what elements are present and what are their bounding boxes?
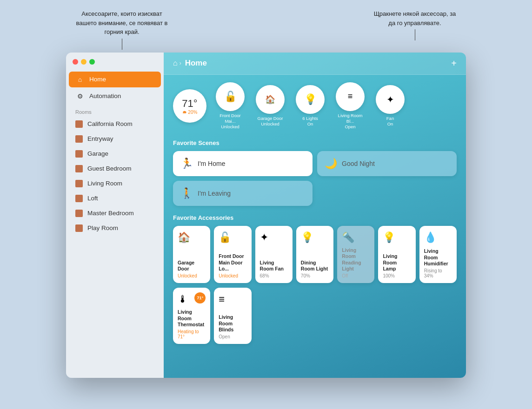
- status-row: 71° 🌧 20% 🔓 Front Door Mai...Unlocked 🏠 …: [164, 75, 466, 138]
- scene-im-home[interactable]: 🏃 I'm Home: [173, 151, 313, 176]
- room-icon: [75, 210, 83, 217]
- lights-device-label: 6 LightsOn: [302, 116, 318, 127]
- room-icon: [75, 180, 83, 187]
- lamp-acc-name: Living Room Lamp: [383, 253, 411, 272]
- room-icon: [75, 195, 83, 202]
- sidebar-item-entryway[interactable]: Entryway: [69, 132, 161, 146]
- blinds-icon: ≡: [336, 82, 365, 111]
- main-header: ⌂ › Home +: [164, 53, 466, 75]
- garage-door-device-label: Garage DoorUnlocked: [258, 116, 283, 127]
- good-night-label: Good Night: [342, 160, 375, 167]
- accessory-garage-door[interactable]: 🏠 Garage Door Unlocked: [173, 226, 210, 284]
- temperature-value: 71°: [182, 98, 197, 110]
- room-icon: [75, 224, 83, 232]
- automation-icon: ⚙: [75, 92, 85, 101]
- header-home-icon: ⌂: [173, 59, 178, 67]
- sidebar-item-home[interactable]: ⌂ Home: [69, 72, 161, 87]
- room-label: Guest Bedroom: [87, 165, 132, 172]
- status-device-garage-door[interactable]: 🏠 Garage DoorUnlocked: [254, 85, 286, 127]
- status-device-blinds[interactable]: ≡ Living Room Bl...Open: [334, 82, 366, 130]
- im-home-icon: 🏃: [180, 158, 193, 170]
- accessories-row1: 🏠 Garage Door Unlocked 🔓 Front Door Main…: [164, 226, 466, 288]
- accessory-thermostat[interactable]: 71° 🌡 Living Room Thermostat Heating to …: [173, 288, 210, 344]
- sidebar-item-garage[interactable]: Garage: [69, 147, 161, 161]
- lights-icon: 💡: [296, 85, 325, 114]
- garage-door-acc-status: Unlocked: [178, 273, 206, 278]
- fan-device-label: FanOn: [386, 116, 394, 127]
- home-icon: ⌂: [75, 75, 85, 84]
- sidebar-item-living-room[interactable]: Living Room: [69, 177, 161, 191]
- annotation-left: Аксесоарите, които изискват вашето внима…: [75, 9, 168, 37]
- room-label: Play Room: [87, 224, 118, 231]
- im-leaving-icon: 🚶: [180, 187, 193, 199]
- sidebar: ⌂ Home ⚙ Automation Rooms California Roo…: [66, 53, 164, 378]
- window-close-button[interactable]: [73, 59, 78, 65]
- sidebar-item-master-bedroom[interactable]: Master Bedroom: [69, 206, 161, 220]
- garage-door-acc-icon: 🏠: [178, 231, 206, 244]
- sidebar-item-loft[interactable]: Loft: [69, 191, 161, 205]
- room-label: California Room: [87, 120, 133, 127]
- dining-light-acc-name: Dining Room Light: [301, 260, 329, 272]
- main-content: ⌂ › Home + 71° 🌧 20% 🔓 Front Door Mai...…: [164, 53, 466, 378]
- accessory-blinds[interactable]: ≡ Living Room Blinds Open: [214, 288, 251, 344]
- status-device-front-door[interactable]: 🔓 Front Door Mai...Unlocked: [214, 82, 246, 130]
- room-label: Entryway: [87, 135, 113, 142]
- room-label: Master Bedroom: [87, 210, 134, 217]
- window-minimize-button[interactable]: [81, 59, 86, 65]
- fan-acc-name: Living Room Fan: [260, 260, 288, 272]
- room-label: Living Room: [87, 180, 122, 187]
- humidifier-acc-name: Living Room Humidifier: [424, 248, 452, 267]
- sidebar-home-label: Home: [89, 76, 106, 83]
- reading-light-acc-icon: 🔦: [342, 231, 370, 244]
- room-icon: [75, 165, 83, 172]
- accessories-row2: 71° 🌡 Living Room Thermostat Heating to …: [164, 288, 466, 351]
- scenes-section-title: Favorite Scenes: [164, 138, 466, 151]
- humidity-value: 🌧 20%: [182, 110, 198, 115]
- im-leaving-label: I'm Leaving: [198, 190, 231, 197]
- rooms-section-label: Rooms: [66, 105, 164, 117]
- dining-light-acc-icon: 💡: [301, 231, 329, 244]
- blinds-acc-icon: ≡: [219, 293, 246, 305]
- scenes-grid: 🏃 I'm Home 🌙 Good Night 🚶 I'm Leaving: [164, 151, 466, 212]
- lamp-acc-icon: 💡: [383, 231, 411, 244]
- accessories-section-title: Favorite Accessories: [164, 212, 466, 226]
- fan-icon: ✦: [376, 85, 405, 114]
- thermostat-acc-name: Living Room Thermostat: [178, 309, 206, 328]
- front-door-acc-name: Front Door Main Door Lo...: [219, 253, 246, 272]
- blinds-acc-name: Living Room Blinds: [219, 314, 246, 333]
- status-device-fan[interactable]: ✦ FanOn: [374, 85, 406, 127]
- front-door-device-label: Front Door Mai...Unlocked: [214, 113, 246, 130]
- sidebar-item-automation[interactable]: ⚙ Automation: [69, 88, 161, 104]
- accessory-living-room-lamp[interactable]: 💡 Living Room Lamp 100%: [378, 226, 415, 284]
- humidifier-acc-icon: 💧: [424, 231, 452, 244]
- garage-door-acc-name: Garage Door: [178, 260, 206, 272]
- header-title: Home: [185, 59, 452, 68]
- window-maximize-button[interactable]: [89, 59, 95, 65]
- dining-light-acc-status: 70%: [301, 273, 329, 278]
- sidebar-item-california-room[interactable]: California Room: [69, 117, 161, 131]
- accessory-reading-light[interactable]: 🔦 Living Room Reading Light Off: [337, 226, 374, 284]
- fan-acc-status: 68%: [260, 273, 288, 278]
- room-icon: [75, 135, 83, 143]
- accessory-front-door[interactable]: 🔓 Front Door Main Door Lo... Unlocked: [214, 226, 251, 284]
- lamp-acc-status: 100%: [383, 273, 411, 278]
- sidebar-item-guest-bedroom[interactable]: Guest Bedroom: [69, 162, 161, 176]
- garage-door-icon: 🏠: [256, 85, 285, 114]
- front-door-acc-status: Unlocked: [219, 273, 246, 278]
- fan-acc-icon: ✦: [260, 231, 288, 244]
- scene-good-night[interactable]: 🌙 Good Night: [317, 151, 457, 176]
- blinds-device-label: Living Room Bl...Open: [334, 113, 366, 130]
- good-night-icon: 🌙: [325, 158, 337, 170]
- add-button[interactable]: +: [451, 58, 457, 69]
- temperature-widget[interactable]: 71° 🌧 20%: [173, 89, 206, 123]
- accessory-dining-room-light[interactable]: 💡 Dining Room Light 70%: [296, 226, 333, 284]
- reading-light-acc-name: Living Room Reading Light: [342, 247, 370, 273]
- sidebar-item-play-room[interactable]: Play Room: [69, 221, 161, 235]
- humidifier-acc-status: Rising to 34%: [424, 268, 452, 278]
- blinds-acc-status: Open: [219, 334, 246, 339]
- accessory-humidifier[interactable]: 💧 Living Room Humidifier Rising to 34%: [419, 226, 457, 284]
- scene-im-leaving[interactable]: 🚶 I'm Leaving: [173, 181, 313, 206]
- accessory-living-room-fan[interactable]: ✦ Living Room Fan 68%: [255, 226, 293, 284]
- status-device-lights[interactable]: 💡 6 LightsOn: [294, 85, 326, 127]
- front-door-acc-icon: 🔓: [219, 231, 246, 244]
